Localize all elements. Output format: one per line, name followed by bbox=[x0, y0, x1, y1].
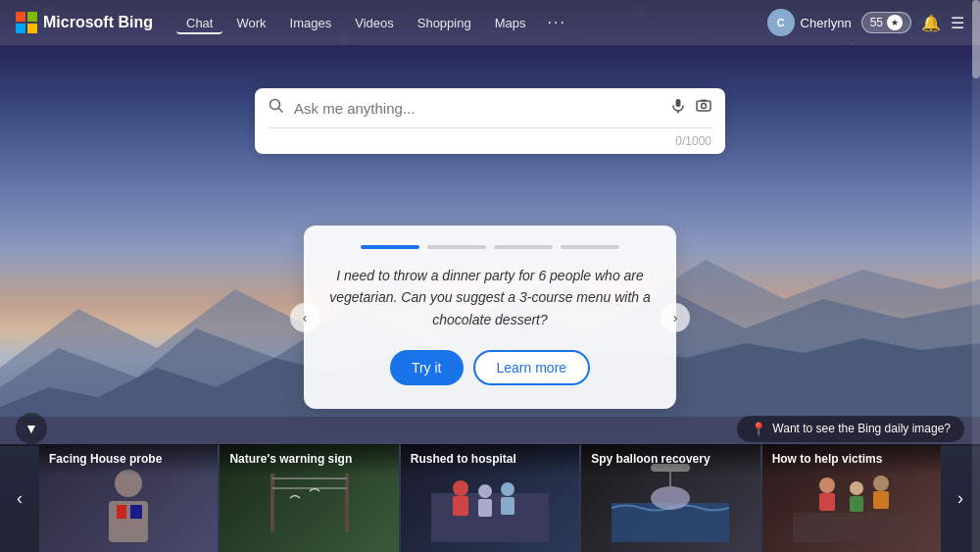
nav-right: C Cherlynn 55 ★ 🔔 ☰ bbox=[767, 9, 964, 36]
scrollbar[interactable] bbox=[972, 0, 980, 552]
news-card-1[interactable]: Facing House probe bbox=[39, 444, 218, 552]
menu-icon[interactable]: ☰ bbox=[951, 14, 964, 32]
svg-rect-6 bbox=[16, 24, 25, 33]
card-next-button[interactable]: › bbox=[661, 303, 690, 332]
svg-point-27 bbox=[478, 484, 492, 498]
svg-rect-20 bbox=[345, 474, 349, 532]
svg-point-13 bbox=[702, 104, 707, 109]
nav-links: Chat Work Images Videos Shopping Maps ··… bbox=[176, 10, 767, 35]
location-icon: 📍 bbox=[751, 422, 766, 436]
svg-rect-28 bbox=[478, 499, 492, 517]
card-buttons: Try it Learn more bbox=[327, 350, 653, 385]
reward-icon: ★ bbox=[887, 15, 903, 30]
search-input-row bbox=[255, 88, 725, 127]
search-box: 0/1000 bbox=[255, 88, 725, 154]
news-strip: ‹ Facing House probe bbox=[0, 444, 980, 552]
suggestion-card: ‹ I need to throw a dinner party for 6 p… bbox=[304, 226, 676, 409]
svg-rect-14 bbox=[701, 100, 707, 102]
logo[interactable]: Microsoft Bing bbox=[16, 12, 153, 33]
svg-rect-19 bbox=[270, 474, 274, 532]
collapse-icon: ▼ bbox=[24, 421, 38, 436]
nav-more-button[interactable]: ··· bbox=[539, 10, 573, 35]
notifications-icon[interactable]: 🔔 bbox=[921, 14, 941, 32]
svg-point-25 bbox=[453, 480, 468, 496]
news-card-3-title: Rushed to hospital bbox=[411, 452, 569, 468]
svg-point-37 bbox=[850, 481, 863, 495]
news-prev-button[interactable]: ‹ bbox=[0, 444, 39, 552]
nav-videos[interactable]: Videos bbox=[345, 12, 404, 34]
microphone-icon[interactable] bbox=[670, 98, 686, 118]
user-info[interactable]: C Cherlynn bbox=[767, 9, 852, 36]
points-value: 55 bbox=[870, 16, 883, 29]
news-cards: Facing House probe N bbox=[39, 444, 941, 552]
learn-more-button[interactable]: Learn more bbox=[473, 350, 591, 385]
news-card-3-overlay: Rushed to hospital bbox=[401, 444, 579, 476]
navbar: Microsoft Bing Chat Work Images Videos S… bbox=[0, 0, 980, 45]
dot-1 bbox=[361, 245, 419, 249]
news-card-1-title: Facing House probe bbox=[49, 452, 208, 468]
dot-3 bbox=[494, 245, 553, 249]
search-input[interactable] bbox=[294, 100, 661, 117]
suggestion-text: I need to throw a dinner party for 6 peo… bbox=[327, 265, 653, 330]
points-badge[interactable]: 55 ★ bbox=[861, 12, 911, 33]
news-card-2-title: Nature's warning sign bbox=[229, 452, 388, 468]
svg-point-35 bbox=[819, 477, 835, 493]
news-card-4[interactable]: Spy balloon recovery bbox=[581, 444, 760, 552]
nav-chat[interactable]: Chat bbox=[176, 12, 222, 34]
dot-4 bbox=[561, 245, 619, 249]
char-count: 0/1000 bbox=[675, 134, 711, 148]
news-card-1-overlay: Facing House probe bbox=[39, 444, 218, 476]
svg-rect-41 bbox=[793, 513, 910, 542]
bottom-bar: ▼ 📍 Want to see the Bing daily image? bbox=[0, 413, 980, 444]
news-card-2-overlay: Nature's warning sign bbox=[220, 444, 398, 476]
avatar: C bbox=[767, 9, 795, 36]
logo-text: Microsoft Bing bbox=[43, 14, 153, 31]
svg-point-29 bbox=[501, 482, 514, 496]
camera-icon[interactable] bbox=[696, 98, 711, 118]
svg-line-9 bbox=[279, 109, 283, 113]
microsoft-logo-icon bbox=[16, 12, 37, 33]
nav-shopping[interactable]: Shopping bbox=[408, 12, 481, 34]
user-name: Cherlynn bbox=[801, 16, 852, 30]
dot-2 bbox=[427, 245, 486, 249]
collapse-button[interactable]: ▼ bbox=[16, 413, 47, 444]
svg-rect-12 bbox=[697, 101, 710, 111]
nav-work[interactable]: Work bbox=[226, 12, 275, 34]
progress-dots bbox=[327, 245, 653, 249]
news-card-4-title: Spy balloon recovery bbox=[591, 452, 750, 468]
svg-rect-5 bbox=[27, 12, 37, 22]
svg-rect-4 bbox=[16, 12, 25, 22]
search-footer: 0/1000 bbox=[255, 128, 725, 154]
svg-rect-36 bbox=[819, 493, 835, 511]
scrollbar-thumb[interactable] bbox=[972, 0, 980, 78]
svg-rect-17 bbox=[117, 505, 126, 519]
daily-image-button[interactable]: 📍 Want to see the Bing daily image? bbox=[737, 416, 964, 442]
news-card-5-overlay: How to help victims bbox=[762, 444, 941, 476]
nav-images[interactable]: Images bbox=[280, 12, 342, 34]
svg-rect-38 bbox=[850, 496, 863, 512]
daily-image-label: Want to see the Bing daily image? bbox=[772, 422, 951, 435]
try-it-button[interactable]: Try it bbox=[390, 350, 464, 385]
news-card-5-title: How to help victims bbox=[772, 452, 931, 468]
card-prev-button[interactable]: ‹ bbox=[290, 303, 319, 332]
nav-maps[interactable]: Maps bbox=[485, 12, 536, 34]
svg-rect-7 bbox=[27, 24, 37, 33]
svg-rect-10 bbox=[676, 99, 681, 107]
svg-rect-40 bbox=[873, 491, 889, 509]
svg-point-39 bbox=[873, 476, 889, 491]
svg-rect-18 bbox=[130, 505, 142, 519]
news-card-2[interactable]: Nature's warning sign bbox=[220, 444, 398, 552]
news-card-4-overlay: Spy balloon recovery bbox=[581, 444, 760, 476]
news-card-5[interactable]: How to help victims bbox=[762, 444, 941, 552]
search-container: 0/1000 bbox=[255, 88, 725, 154]
svg-rect-30 bbox=[501, 497, 514, 515]
news-card-3[interactable]: Rushed to hospital bbox=[401, 444, 579, 552]
svg-rect-26 bbox=[453, 496, 468, 516]
search-icon bbox=[269, 98, 284, 118]
